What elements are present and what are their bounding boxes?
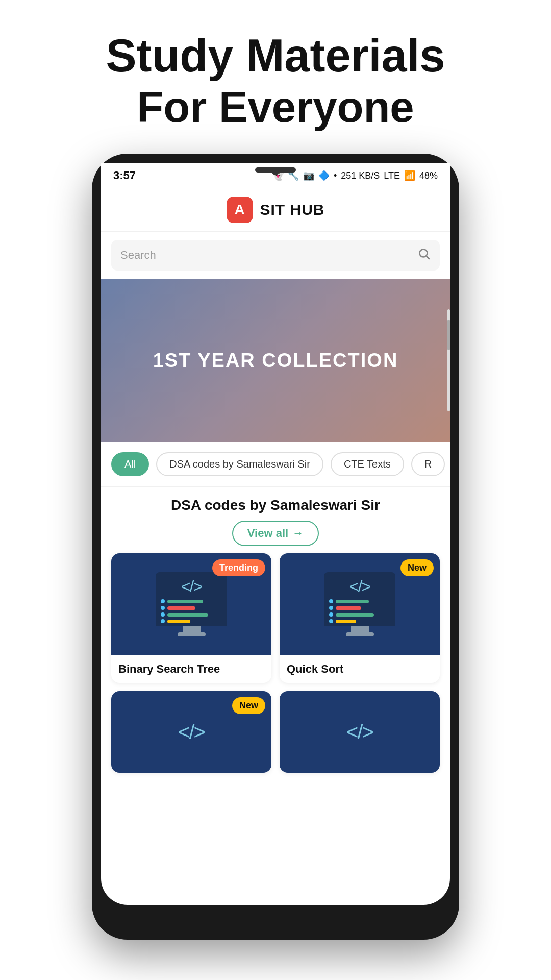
chip-r[interactable]: R xyxy=(411,452,445,476)
banner-title: 1ST YEAR COLLECTION xyxy=(153,350,398,372)
dot-icon: • xyxy=(334,170,337,181)
svg-point-0 xyxy=(419,249,427,257)
phone-speaker xyxy=(255,167,296,173)
section-header: DSA codes by Samaleswari Sir View all → xyxy=(101,487,450,553)
app-name: SIT HUB xyxy=(260,201,325,218)
battery-icon: 48% xyxy=(419,170,438,181)
card-bottom-1[interactable]: New </> xyxy=(111,691,271,773)
card-label-1: Binary Search Tree xyxy=(111,655,271,683)
cards-grid-bottom: New </> </> xyxy=(101,691,450,773)
search-icon[interactable] xyxy=(417,247,431,263)
cards-grid: Trending </> xyxy=(101,553,450,691)
chip-all[interactable]: All xyxy=(111,452,149,476)
card-quick-sort[interactable]: New </> xyxy=(280,553,440,683)
lte-icon: LTE xyxy=(384,170,400,181)
section-title: DSA codes by Samaleswari Sir xyxy=(111,497,440,513)
view-all-arrow: → xyxy=(292,527,304,540)
phone-screen: 3:57 👻 🔧 📷 🔷 • 251 KB/S LTE 📶 48% A SIT … xyxy=(101,163,450,905)
card-bottom-image-1: New </> xyxy=(111,691,271,773)
search-input[interactable]: Search xyxy=(120,249,417,262)
scroll-indicator xyxy=(447,309,450,411)
page-title-line2: For Everyone xyxy=(106,81,445,133)
svg-line-1 xyxy=(427,256,430,259)
chip-dsa[interactable]: DSA codes by Samaleswari Sir xyxy=(156,452,323,476)
search-bar[interactable]: Search xyxy=(111,240,440,271)
wifi-icon: 🔷 xyxy=(318,170,330,181)
phone-frame: 3:57 👻 🔧 📷 🔷 • 251 KB/S LTE 📶 48% A SIT … xyxy=(92,154,459,940)
view-all-label: View all xyxy=(247,527,288,540)
app-logo: A xyxy=(227,197,253,223)
card-binary-search-tree[interactable]: Trending </> xyxy=(111,553,271,683)
signal-icon: 📶 xyxy=(404,170,415,181)
card-badge-trending: Trending xyxy=(212,559,265,576)
status-time: 3:57 xyxy=(113,169,136,182)
card-image-1: Trending </> xyxy=(111,553,271,655)
card-label-2: Quick Sort xyxy=(280,655,440,683)
card-badge-new: New xyxy=(400,559,434,576)
category-row: All DSA codes by Samaleswari Sir CTE Tex… xyxy=(101,442,450,487)
instagram-icon: 📷 xyxy=(303,170,314,181)
page-title-line1: Study Materials xyxy=(106,31,445,81)
card-bottom-2[interactable]: </> xyxy=(280,691,440,773)
status-bar: 3:57 👻 🔧 📷 🔷 • 251 KB/S LTE 📶 48% xyxy=(101,163,450,188)
banner: 1ST YEAR COLLECTION xyxy=(101,279,450,442)
monitor-screen-2: </> xyxy=(324,572,395,626)
monitor-screen-1: </> xyxy=(156,572,227,626)
card-badge-bottom-new: New xyxy=(232,697,265,714)
status-icons: 👻 🔧 📷 🔷 • 251 KB/S LTE 📶 48% xyxy=(272,170,438,181)
view-all-button[interactable]: View all → xyxy=(232,521,319,546)
card-bottom-image-2: </> xyxy=(280,691,440,773)
network-speed: 251 KB/S xyxy=(341,170,380,181)
app-header: A SIT HUB xyxy=(101,188,450,232)
card-image-2: New </> xyxy=(280,553,440,655)
chip-cte[interactable]: CTE Texts xyxy=(331,452,404,476)
page-header: Study Materials For Everyone xyxy=(85,0,465,154)
